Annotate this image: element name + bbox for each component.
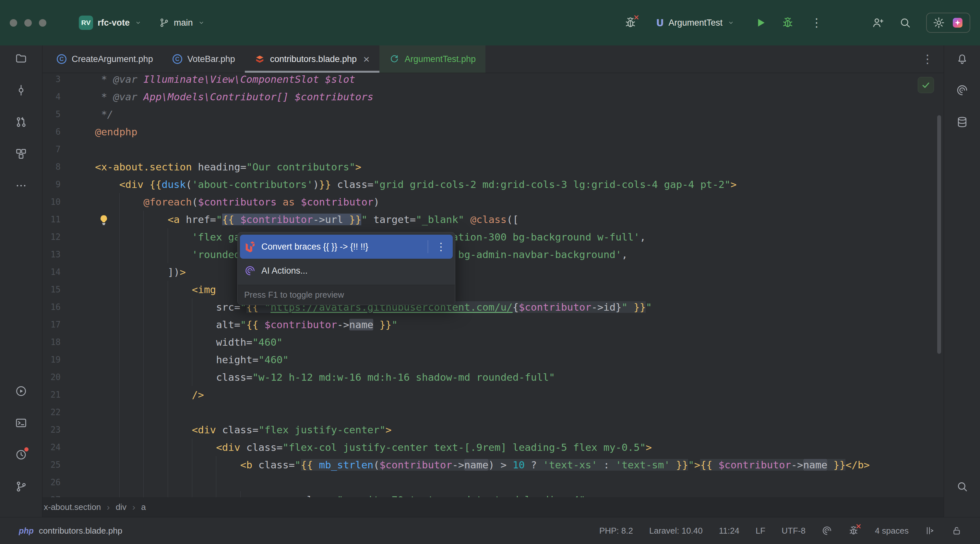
line-number[interactable]: 15 — [43, 281, 95, 298]
code-line-16[interactable]: 16src="{{ "https://avatars.githubusercon… — [43, 298, 944, 316]
code-line-12[interactable]: 12'flex gap-4 p-4 items-center transitio… — [43, 228, 944, 246]
tab-options-button[interactable] — [920, 53, 935, 65]
database-tool-button[interactable] — [953, 113, 971, 131]
code-line-14[interactable]: 14])> — [43, 263, 944, 281]
window-zoom-button[interactable] — [39, 19, 46, 27]
line-number[interactable]: 19 — [43, 351, 95, 369]
indent-widget[interactable]: 4 spaces — [875, 526, 908, 536]
commit-tool-button[interactable] — [12, 81, 30, 99]
code-style-widget[interactable] — [925, 525, 935, 536]
line-number[interactable]: 10 — [43, 193, 95, 211]
intention-item[interactable]: Convert braces {{ }} -> {!! !!} — [240, 235, 453, 259]
code-line-21[interactable]: 21/> — [43, 386, 944, 404]
more-tool-windows-button[interactable] — [12, 177, 30, 195]
breadcrumb-item[interactable]: div — [116, 502, 126, 512]
code-line-27[interactable]: 27<span class="opacity-70 text-xs md:tex… — [43, 491, 944, 497]
line-number[interactable]: 21 — [43, 386, 95, 404]
code-line-15[interactable]: 15<img — [43, 281, 944, 298]
line-number[interactable]: 3 — [43, 73, 95, 88]
line-number[interactable]: 24 — [43, 439, 95, 456]
code-line-23[interactable]: 23<div class="flex justify-center"> — [43, 421, 944, 439]
code-line-4[interactable]: 4* @var App\Models\Contributor[] $contri… — [43, 88, 944, 105]
pull-requests-tool-button[interactable] — [12, 113, 30, 131]
version-control-tool-button[interactable] — [12, 477, 30, 496]
line-number[interactable]: 26 — [43, 474, 95, 491]
intention-bulb-icon[interactable] — [98, 214, 110, 226]
code-line-25[interactable]: 25<b class="{{ mb_strlen($contributor->n… — [43, 456, 944, 474]
line-separator-widget[interactable]: LF — [756, 526, 765, 536]
line-number[interactable]: 8 — [43, 158, 95, 175]
code-line-22[interactable]: 22 — [43, 404, 944, 421]
intention-item[interactable]: AI Actions... — [240, 259, 453, 283]
code-line-7[interactable]: 7 — [43, 140, 944, 158]
inspections-ok-widget[interactable] — [918, 77, 934, 93]
line-number[interactable]: 12 — [43, 228, 95, 246]
ai-assistant-tool-button[interactable] — [953, 81, 971, 99]
line-number[interactable]: 27 — [43, 491, 95, 497]
code-line-9[interactable]: 9<div {{dusk('about-contributors')}} cla… — [43, 175, 944, 193]
debug-button[interactable] — [781, 16, 794, 29]
tab-CreateArgument.php[interactable]: CreateArgument.php — [47, 45, 163, 73]
breadcrumb-item[interactable]: a — [141, 502, 146, 512]
code-line-26[interactable]: 26 — [43, 474, 944, 491]
find-tool-button[interactable] — [953, 477, 971, 496]
code-line-20[interactable]: 20class="w-12 h-12 md:w-16 md:h-16 shado… — [43, 369, 944, 386]
line-number[interactable]: 4 — [43, 88, 95, 105]
ai-assistant-logo-icon[interactable] — [951, 16, 964, 29]
code-line-5[interactable]: 5*/ — [43, 105, 944, 123]
line-number[interactable]: 13 — [43, 246, 95, 263]
code-line-19[interactable]: 19height="460" — [43, 351, 944, 369]
more-run-actions-button[interactable] — [809, 17, 824, 29]
code-line-24[interactable]: 24<div class="flex-col justify-center te… — [43, 439, 944, 456]
code-line-6[interactable]: 6@endphp — [43, 123, 944, 140]
code-line-18[interactable]: 18width="460" — [43, 333, 944, 351]
terminal-tool-button[interactable] — [12, 414, 30, 432]
structure-tool-button[interactable] — [12, 145, 30, 163]
code-with-me-icon[interactable] — [872, 16, 884, 29]
laravel-version-widget[interactable]: Laravel: 10.40 — [649, 526, 703, 536]
window-close-button[interactable] — [10, 19, 17, 27]
php-version-widget[interactable]: PHP: 8.2 — [599, 526, 633, 536]
line-number[interactable]: 22 — [43, 404, 95, 421]
code-line-10[interactable]: 10@foreach($contributors as $contributor… — [43, 193, 944, 211]
code-line-8[interactable]: 8<x-about.section heading="Our contribut… — [43, 158, 944, 175]
breadcrumb-item[interactable]: x-about.section — [44, 502, 101, 512]
current-file-widget[interactable]: php contributors.blade.php — [19, 526, 122, 536]
line-number[interactable]: 18 — [43, 333, 95, 351]
encoding-widget[interactable]: UTF-8 — [781, 526, 805, 536]
project-selector[interactable]: RV rfc-vote — [74, 12, 146, 33]
line-number[interactable]: 14 — [43, 263, 95, 281]
line-number[interactable]: 5 — [43, 105, 95, 123]
debugger-off-status[interactable] — [848, 525, 859, 536]
read-only-toggle[interactable] — [951, 525, 962, 536]
debugger-listener-off-button[interactable] — [624, 16, 636, 29]
branch-selector[interactable]: main — [154, 14, 210, 31]
settings-gear-icon[interactable] — [933, 16, 945, 29]
line-number[interactable]: 6 — [43, 123, 95, 140]
line-number[interactable]: 17 — [43, 316, 95, 333]
code-line-3[interactable]: 3* @var Illuminate\View\ComponentSlot $s… — [43, 73, 944, 88]
problems-tool-button[interactable] — [12, 446, 30, 464]
line-number[interactable]: 9 — [43, 175, 95, 193]
line-number[interactable]: 16 — [43, 298, 95, 316]
code-line-17[interactable]: 17alt="{{ $contributor->name }}" — [43, 316, 944, 333]
clock-widget[interactable]: 11:24 — [719, 526, 740, 536]
run-config-selector[interactable]: U ArgumentTest — [652, 14, 740, 32]
notifications-button[interactable] — [953, 49, 971, 67]
line-number[interactable]: 25 — [43, 456, 95, 474]
ai-assistant-status[interactable] — [822, 525, 832, 536]
line-number[interactable]: 7 — [43, 140, 95, 158]
tab-close-icon[interactable] — [363, 54, 370, 65]
window-minimize-button[interactable] — [24, 19, 32, 27]
search-everywhere-icon[interactable] — [899, 16, 911, 29]
editor-scrollbar[interactable] — [937, 115, 941, 354]
project-tool-button[interactable] — [12, 49, 30, 67]
line-number[interactable]: 23 — [43, 421, 95, 439]
run-button[interactable] — [754, 16, 767, 29]
line-number[interactable]: 20 — [43, 369, 95, 386]
intention-submenu-button[interactable] — [434, 241, 448, 252]
line-number[interactable]: 11 — [43, 211, 95, 228]
code-line-11[interactable]: 11<a href="{{ $contributor->url }}" targ… — [43, 211, 944, 228]
tab-contributors.blade.php[interactable]: contributors.blade.php — [245, 45, 379, 73]
tab-VoteBar.php[interactable]: VoteBar.php — [163, 45, 245, 73]
